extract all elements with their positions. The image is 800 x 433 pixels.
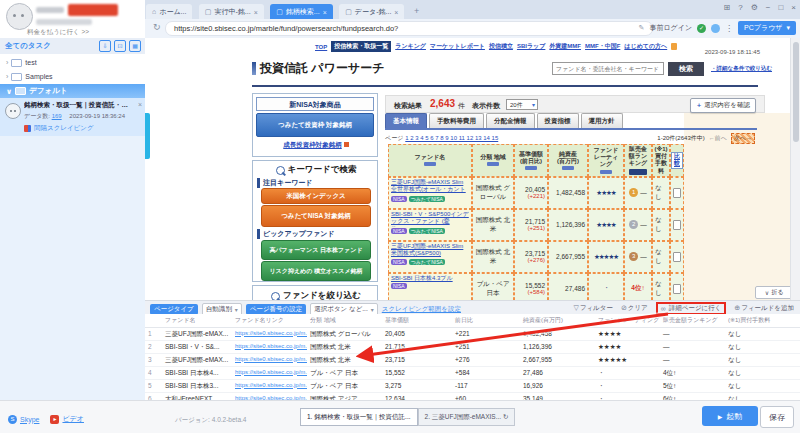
compare-checkbox[interactable]: [673, 220, 681, 230]
table-row[interactable]: 1三菱UFJ国際-eMAX...https://site0.sbisec.co.…: [145, 328, 800, 341]
nav-link[interactable]: 投信積立: [489, 42, 513, 51]
tab-indicators[interactable]: 投資指標: [537, 113, 579, 128]
skype-link[interactable]: Skype: [20, 416, 39, 423]
nav-link[interactable]: 外貨建MMF: [549, 42, 581, 51]
sidebar-folder-test[interactable]: › test: [0, 56, 145, 69]
scrape-range-link[interactable]: スクレイピング範囲を設定: [382, 305, 461, 314]
nav-link[interactable]: マーケットレポート: [430, 42, 485, 51]
high-performance-button[interactable]: 高パフォーマンス 日本株ファンド: [261, 240, 371, 260]
task-tab-2[interactable]: 2. 三菱UFJ国際-eMAXIS... ↻: [418, 408, 516, 426]
reload-icon[interactable]: ↻: [153, 22, 161, 32]
header-rating[interactable]: ファンドレーティング: [595, 314, 660, 328]
pre-login-label[interactable]: 事前ログイン: [649, 23, 692, 33]
close-icon[interactable]: ×: [138, 101, 142, 108]
new-nisa-button[interactable]: 新NISA対象商品: [256, 97, 374, 111]
compare-checkbox[interactable]: [673, 188, 681, 198]
minimize-icon[interactable]: −: [766, 3, 771, 12]
cell-fund-link[interactable]: https://site0.sbisec.co.jp/m...: [232, 341, 307, 354]
sort-icon[interactable]: [525, 166, 537, 170]
search-button[interactable]: 検索: [668, 62, 704, 76]
video-link[interactable]: ビデオ: [62, 414, 84, 424]
status-green-icon[interactable]: ✓: [697, 24, 706, 33]
cell-fund-link[interactable]: https://site0.sbisec.co.jp/m...: [232, 328, 307, 341]
cell-fund-name[interactable]: 三菱UFJ国際-eMAX...: [162, 328, 232, 341]
fund-link[interactable]: 三菱UFJ国際-eMAXIS Slim 米国株式(S&P500): [391, 243, 469, 258]
tsumitate-nisa-button[interactable]: つみたてNISA 対象銘柄: [261, 205, 371, 227]
nav-link[interactable]: TOP: [315, 44, 327, 50]
close-icon[interactable]: ×: [254, 9, 258, 16]
cell-fund-name[interactable]: 三菱UFJ国際-eMAXIS Slim 全世界株式(オール・カントリー)NISA…: [388, 177, 472, 209]
fund-link[interactable]: SBI-SBI・V・S&P500インデックス・ファンド (愛称:SBI・V・S&…: [391, 211, 469, 227]
nav-link[interactable]: はじめての方へ: [624, 42, 667, 51]
cell-fund-name[interactable]: SBI-SBI 日本株3...: [162, 380, 232, 393]
header-price[interactable]: 基準価額: [382, 314, 452, 328]
nav-link[interactable]: ランキング: [395, 42, 426, 51]
tab-dividend[interactable]: 分配金情報: [486, 113, 535, 128]
header-category[interactable]: 分類 地域: [307, 314, 382, 328]
tab-fees[interactable]: 手数料等費用: [429, 113, 484, 128]
close-icon[interactable]: ×: [323, 9, 327, 16]
tab-policy[interactable]: 運用方針: [581, 113, 623, 128]
task-mode-link[interactable]: 間隔スクレイピング: [24, 124, 94, 133]
fund-search-input[interactable]: [552, 62, 664, 75]
compare-checkbox[interactable]: [673, 252, 681, 262]
table-row[interactable]: 4SBI-SBI 日本株4...https://site0.sbisec.co.…: [145, 367, 800, 380]
more-menu-icon[interactable]: ⋮: [725, 24, 733, 33]
header-ranking[interactable]: 販売金額ランキング: [660, 314, 725, 328]
tab-basic-info[interactable]: 基本情報: [385, 113, 427, 128]
filter-button[interactable]: ▽フィルター: [573, 304, 613, 313]
confirm-selection-button[interactable]: ＋選択内容を確認: [690, 98, 756, 113]
refine-conditions-link[interactable]: ・詳細な条件で絞り込む: [711, 65, 772, 72]
header-fee[interactable]: (※1)買付手数料: [725, 314, 800, 328]
edit-icon[interactable]: ✎: [639, 24, 645, 32]
collapse-panel-button[interactable]: ∨折る: [755, 286, 793, 299]
cell-fund-name[interactable]: 三菱UFJ国際-eMAX...: [162, 354, 232, 367]
tab-data[interactable]: ▢データ-銘...×: [339, 4, 404, 20]
header-fund-link[interactable]: ファンド名リンク: [232, 314, 307, 328]
header-category[interactable]: 分類 地域: [472, 144, 514, 177]
cell-fund-link[interactable]: https://site0.sbisec.co.jp/m...: [232, 354, 307, 367]
help-icon[interactable]: ?: [738, 3, 742, 12]
sort-icon[interactable]: [562, 166, 574, 170]
import-task-icon[interactable]: ⇩: [99, 40, 111, 52]
growth-frame-link[interactable]: 成長投資枠対象銘柄: [253, 141, 379, 150]
header-fund-name[interactable]: ファンド名: [162, 314, 232, 328]
dock-handle[interactable]: [145, 113, 150, 159]
sidebar-group-default[interactable]: ∨ デフォルト: [0, 84, 145, 98]
task-name[interactable]: 銘柄検索・取扱一覧｜投資信託・外貨建M...: [24, 101, 132, 110]
next-page-link-selected[interactable]: 次へ→: [731, 133, 755, 144]
cell-fund-name[interactable]: SBI-SBI・V・S&...: [162, 341, 232, 354]
header-fee[interactable]: (※1)買付手数料: [652, 144, 670, 177]
table-row[interactable]: 2SBI-SBI・V・S&...https://site0.sbisec.co.…: [145, 341, 800, 354]
fund-link[interactable]: SBI-SBI 日本株4.3ブル: [391, 275, 469, 283]
cell-fund-link[interactable]: https://site0.sbisec.co.jp/m...: [232, 380, 307, 393]
window-close-icon[interactable]: ×: [791, 3, 796, 12]
cell-fund-name[interactable]: 三菱UFJ国際-eMAXIS Slim 米国株式(S&P500)NISAつみたて…: [388, 241, 472, 273]
account-icon[interactable]: [711, 24, 720, 33]
save-button[interactable]: 保存: [760, 406, 794, 428]
cell-fund-name[interactable]: SBI-SBI 日本株4.3ブルNISA: [388, 273, 472, 300]
table-row[interactable]: 5SBI-SBI 日本株3...https://site0.sbisec.co.…: [145, 380, 800, 393]
page-number-links[interactable]: ページ1 2 3 4 5 6 7 8 9 10 11 12 13 14 15: [385, 134, 498, 143]
fund-link[interactable]: 三菱UFJ国際-eMAXIS Slim 全世界株式(オール・カントリー): [391, 179, 469, 195]
clear-button[interactable]: ⊘クリア: [621, 304, 648, 313]
add-field-button[interactable]: ⊕フィールドを追加: [734, 304, 794, 313]
sort-icon[interactable]: [600, 170, 612, 174]
tsumitate-frame-button[interactable]: つみたて投資枠 対象銘柄: [256, 113, 374, 137]
browser-scrollbar[interactable]: [790, 38, 800, 300]
compare-checkbox[interactable]: [673, 284, 681, 294]
task-item-card[interactable]: 銘柄検索・取扱一覧｜投資信託・外貨建M... × データ数: 169 2023-…: [0, 98, 145, 136]
prev-page-link[interactable]: ←前へ: [709, 134, 727, 143]
view-grid-icon[interactable]: ▦: [129, 40, 141, 52]
tab-stock-search[interactable]: ▢銘柄検索...×: [270, 4, 333, 20]
settings-gear-icon[interactable]: ⚙: [751, 3, 758, 12]
payment-link[interactable]: 料金を払うに行く >>: [27, 28, 89, 37]
sort-icon[interactable]: [629, 169, 647, 175]
browser-mode-button[interactable]: PCブラウザ▾: [738, 21, 796, 35]
cell-fund-name[interactable]: SBI-SBI・V・S&P500インデックス・ファンド (愛称:SBI・V・S&…: [388, 209, 472, 241]
header-asset[interactable]: 純資産(百万円): [520, 314, 595, 328]
new-task-icon[interactable]: ⊡: [114, 40, 126, 52]
sort-icon[interactable]: [424, 162, 436, 166]
sidebar-folder-samples[interactable]: › Samples: [0, 70, 145, 83]
header-fund-name[interactable]: ファンド名: [388, 144, 472, 177]
